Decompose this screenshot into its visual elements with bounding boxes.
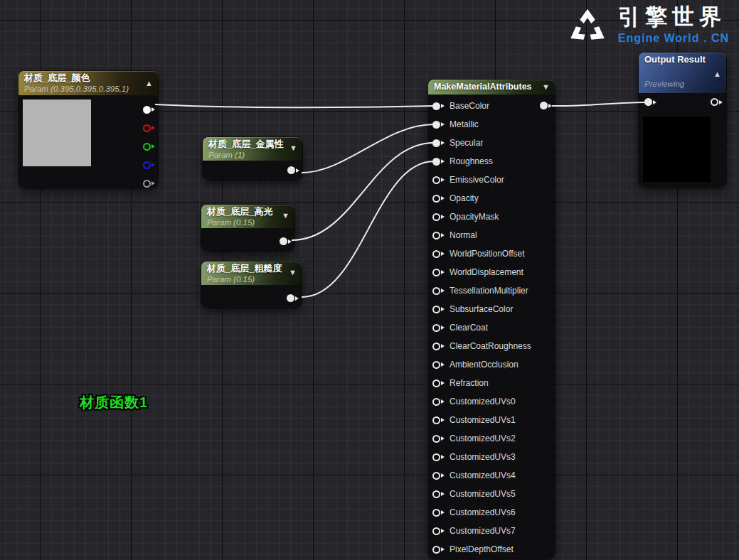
pin-label: EmissiveColor [450, 175, 504, 185]
pin-circle-icon [540, 102, 548, 109]
node-subtitle: Param (0.15) [207, 217, 289, 228]
value-output-pin[interactable] [287, 166, 299, 174]
pin-arrow-icon [441, 344, 445, 348]
input-pin-row[interactable]: CustomizedUVs1 [428, 411, 555, 429]
preview-output-pin[interactable] [711, 98, 723, 106]
node-title: 材质_底层_高光 [207, 206, 289, 217]
material-preview-swatch [643, 117, 711, 182]
input-pin-row[interactable]: CustomizedUVs3 [428, 448, 555, 466]
input-pin-row[interactable]: BaseColor [428, 97, 555, 115]
input-pin-list: BaseColor Metallic Specular [428, 97, 555, 559]
node-output-result[interactable]: Output Result ▲ Previewing [639, 53, 726, 187]
node-header[interactable]: 材质_底层_颜色 Param (0.395,0.395,0.395,1) ▲ [18, 71, 158, 95]
node-color-param[interactable]: 材质_底层_颜色 Param (0.395,0.395,0.395,1) ▲ [18, 71, 158, 188]
wire-roughness-to-roughness[interactable] [302, 161, 434, 297]
output-pin-column [143, 100, 155, 193]
pin-circle-icon [432, 361, 440, 369]
wire-color-to-basecolor[interactable] [155, 104, 434, 107]
input-pin-row[interactable]: CustomizedUVs0 [428, 392, 555, 411]
input-pin-row[interactable]: CustomizedUVs7 [428, 522, 555, 540]
node-title: 材质_底层_粗糙度 [207, 263, 296, 274]
input-pin-row[interactable]: Specular [428, 134, 555, 152]
collapse-arrow-icon[interactable]: ▼ [282, 211, 289, 220]
input-pin-row[interactable]: ClearCoatRoughness [428, 337, 555, 355]
input-pin-row[interactable]: CustomizedUVs5 [428, 485, 555, 503]
attributes-output-pin[interactable] [540, 102, 552, 109]
brand-subtitle: Engine World . CN [618, 32, 729, 45]
node-header[interactable]: 材质_底层_高光 Param (0.15) ▼ [201, 205, 294, 228]
pin-circle-icon [432, 324, 440, 332]
input-pin-row[interactable]: ClearCoat [428, 318, 555, 337]
input-pin-row[interactable]: Roughness [428, 152, 555, 171]
green-output-pin[interactable] [143, 137, 155, 156]
pin-circle-icon [644, 98, 652, 106]
color-preview-swatch [23, 99, 91, 166]
rgba-output-pin[interactable] [143, 100, 155, 119]
pin-arrow-icon [548, 104, 552, 108]
pin-label: ClearCoat [450, 323, 488, 333]
value-output-pin[interactable] [287, 294, 299, 302]
pin-circle-icon [432, 269, 440, 276]
value-output-pin[interactable] [280, 237, 292, 245]
pin-arrow-icon [441, 307, 445, 311]
pin-label: Opacity [450, 193, 479, 203]
pin-arrow-icon [441, 252, 445, 256]
wire-mma-to-output[interactable] [552, 102, 645, 106]
input-pin-row[interactable]: Metallic [428, 115, 555, 134]
pin-circle-icon [432, 398, 440, 406]
input-pin-row[interactable]: SubsurfaceColor [428, 300, 555, 318]
pin-circle-icon [287, 166, 295, 174]
node-roughness-param[interactable]: 材质_底层_粗糙度 Param (0.15) ▼ [201, 262, 302, 308]
node-make-material-attributes[interactable]: MakeMaterialAttributes ▼ BaseColor [428, 80, 555, 559]
pin-label: AmbientOcclusion [450, 360, 519, 370]
collapse-arrow-icon[interactable]: ▲ [145, 79, 153, 87]
collapse-arrow-icon[interactable]: ▲ [713, 70, 721, 78]
pin-circle-icon [432, 379, 440, 387]
pin-arrow-icon [441, 399, 445, 404]
input-pin-row[interactable]: WorldPositionOffset [428, 244, 555, 263]
collapse-arrow-icon[interactable]: ▼ [289, 144, 297, 152]
pin-circle-icon [432, 158, 440, 166]
input-pin-row[interactable]: AmbientOcclusion [428, 355, 555, 374]
input-pin-row[interactable]: PixelDepthOffset [428, 540, 555, 559]
node-metallic-param[interactable]: 材质_底层_金属性 Param (1) ▼ [203, 137, 302, 180]
pin-circle-icon [432, 527, 440, 535]
collapse-arrow-icon[interactable]: ▼ [289, 268, 297, 276]
node-header[interactable]: MakeMaterialAttributes ▼ [428, 80, 555, 95]
pin-label: CustomizedUVs1 [450, 415, 516, 425]
alpha-output-pin[interactable] [143, 174, 155, 193]
node-title: MakeMaterialAttributes [434, 82, 549, 92]
pin-arrow-icon [441, 529, 445, 533]
material-graph-canvas[interactable]: 材质_底层_颜色 Param (0.395,0.395,0.395,1) ▲ [0, 0, 739, 560]
input-pin-row[interactable]: WorldDisplacement [428, 263, 555, 281]
result-input-pin[interactable] [644, 98, 656, 106]
pin-circle-icon [432, 102, 440, 110]
input-pin-row[interactable]: EmissiveColor [428, 171, 555, 189]
pin-label: ClearCoatRoughness [450, 341, 531, 351]
pin-arrow-icon [719, 100, 723, 104]
node-specular-param[interactable]: 材质_底层_高光 Param (0.15) ▼ [201, 205, 294, 251]
input-pin-row[interactable]: Opacity [428, 189, 555, 208]
input-pin-row[interactable]: CustomizedUVs2 [428, 429, 555, 448]
blue-output-pin[interactable] [143, 156, 155, 174]
input-pin-row[interactable]: CustomizedUVs4 [428, 466, 555, 485]
input-pin-row[interactable]: TessellationMultiplier [428, 281, 555, 300]
input-pin-row[interactable]: Refraction [428, 374, 555, 392]
pin-circle-icon [143, 143, 151, 151]
node-header[interactable]: 材质_底层_金属性 Param (1) ▼ [203, 137, 302, 161]
wire-metallic-to-metallic[interactable] [302, 124, 434, 173]
pin-circle-icon [432, 490, 440, 498]
pin-circle-icon [432, 139, 440, 147]
pin-circle-icon [432, 435, 440, 443]
input-pin-row[interactable]: CustomizedUVs6 [428, 503, 555, 522]
collapse-arrow-icon[interactable]: ▼ [542, 82, 550, 91]
wire-specular-to-specular[interactable] [292, 143, 434, 240]
node-header[interactable]: Output Result ▲ Previewing [639, 53, 726, 93]
red-output-pin[interactable] [143, 119, 155, 137]
pin-label: Refraction [450, 378, 489, 388]
pin-label: WorldDisplacement [450, 267, 523, 277]
node-header[interactable]: 材质_底层_粗糙度 Param (0.15) ▼ [201, 262, 302, 285]
input-pin-row[interactable]: OpacityMask [428, 208, 555, 226]
input-pin-row[interactable]: Normal [428, 226, 555, 244]
pin-circle-icon [432, 287, 440, 295]
